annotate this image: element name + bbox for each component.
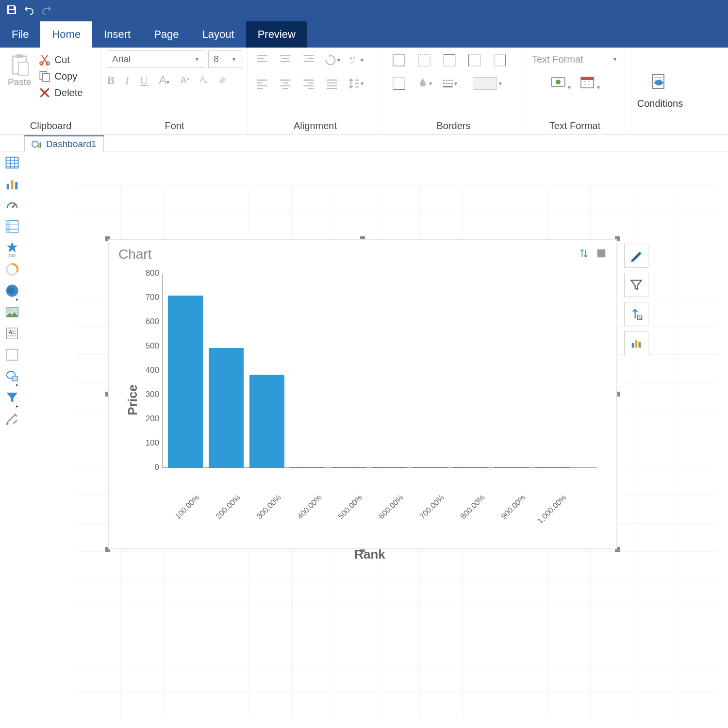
filter-chart-button[interactable] bbox=[624, 273, 648, 297]
chart-plot-area: Price 0100200300400500600700800 100.00%2… bbox=[138, 269, 602, 531]
chart-y-tick: 800 bbox=[138, 268, 159, 278]
font-size-value: 8 bbox=[214, 54, 219, 65]
chart-x-axis-label: Rank bbox=[354, 547, 385, 562]
line-spacing-button[interactable]: ▾ bbox=[346, 74, 365, 93]
menu-layout[interactable]: Layout bbox=[191, 21, 246, 48]
svg-rect-18 bbox=[11, 181, 13, 190]
delete-label: Delete bbox=[55, 87, 83, 99]
svg-text:ab: ab bbox=[349, 55, 356, 61]
topn-chart-button[interactable]: N bbox=[624, 302, 648, 326]
chart-bar bbox=[453, 467, 488, 468]
chart-bar bbox=[290, 467, 325, 468]
redo-icon[interactable] bbox=[41, 4, 52, 17]
border-right[interactable] bbox=[489, 50, 511, 70]
chart-bar bbox=[494, 467, 529, 468]
save-icon[interactable] bbox=[6, 4, 17, 17]
text-format-select[interactable]: Text Format▼ bbox=[529, 50, 621, 68]
paste-button[interactable]: Paste bbox=[5, 50, 34, 102]
table-component-icon[interactable] bbox=[5, 155, 19, 170]
copy-button[interactable]: Copy bbox=[38, 70, 83, 83]
ribbon: Paste Cut Copy Delete Clipboard bbox=[0, 48, 728, 135]
fill-color-button[interactable]: ▾ bbox=[464, 74, 511, 93]
progress-component-icon[interactable] bbox=[5, 262, 19, 277]
svg-point-25 bbox=[8, 309, 11, 312]
svg-point-9 bbox=[556, 80, 561, 84]
menu-insert[interactable]: Insert bbox=[92, 21, 142, 48]
fullscreen-icon[interactable] bbox=[596, 247, 607, 262]
font-color-button[interactable]: A▾ bbox=[159, 73, 169, 87]
bold-button[interactable]: B bbox=[107, 74, 115, 87]
shrink-font-button[interactable]: A▾ bbox=[200, 75, 208, 85]
chart-x-tick: 900.00% bbox=[487, 493, 527, 533]
image-component-icon[interactable] bbox=[5, 305, 19, 319]
font-name-value: Arial bbox=[112, 54, 131, 65]
svg-rect-34 bbox=[632, 343, 634, 347]
align-center[interactable] bbox=[276, 74, 295, 93]
chart-y-tick: 200 bbox=[138, 414, 159, 424]
delete-button[interactable]: Delete bbox=[38, 86, 83, 99]
text-direction-button[interactable]: ab▾ bbox=[346, 50, 365, 70]
font-size-select[interactable]: 8▼ bbox=[208, 50, 242, 68]
underline-button[interactable]: U bbox=[140, 74, 148, 87]
svg-point-3 bbox=[40, 62, 43, 65]
chart-x-tick: 300.00% bbox=[242, 493, 282, 533]
chart-x-tick: 1,000.00% bbox=[528, 493, 568, 533]
align-right[interactable] bbox=[299, 74, 318, 93]
border-all[interactable] bbox=[388, 50, 410, 70]
clear-format-button[interactable] bbox=[218, 73, 230, 87]
chart-y-tick: 0 bbox=[138, 463, 159, 472]
svg-rect-17 bbox=[6, 184, 9, 189]
menu-home[interactable]: Home bbox=[40, 21, 92, 48]
pivot-component-icon[interactable] bbox=[5, 219, 19, 234]
panel-component-icon[interactable] bbox=[5, 347, 19, 362]
align-left[interactable] bbox=[252, 74, 272, 93]
document-tab-dashboard1[interactable]: Dashboard1 bbox=[24, 135, 104, 151]
document-tabstrip: Dashboard1 bbox=[0, 135, 728, 151]
indicator-component-icon[interactable]: 100 bbox=[5, 241, 19, 255]
undo-icon[interactable] bbox=[23, 4, 35, 17]
border-color-button[interactable]: ▾ bbox=[414, 74, 435, 93]
grow-font-button[interactable]: A▴ bbox=[180, 75, 189, 86]
chart-widget[interactable]: Chart Price 0100200300400500600700800 10… bbox=[108, 239, 617, 549]
chart-y-tick: 300 bbox=[138, 390, 159, 399]
settings-icon[interactable] bbox=[5, 412, 19, 426]
date-format-button[interactable]: ▾ bbox=[579, 75, 600, 91]
svg-rect-21 bbox=[6, 221, 10, 233]
map-component-icon[interactable]: ▸ bbox=[5, 283, 19, 298]
edit-chart-button[interactable] bbox=[624, 244, 648, 268]
chart-bar bbox=[209, 348, 244, 468]
text-component-icon[interactable]: A bbox=[5, 326, 19, 341]
border-none[interactable] bbox=[414, 50, 435, 70]
gauge-component-icon[interactable] bbox=[5, 198, 19, 213]
rotate-button[interactable]: ▾ bbox=[322, 50, 342, 70]
border-style-button[interactable]: ▾ bbox=[439, 74, 460, 93]
text-format-value: Text Format bbox=[532, 54, 583, 65]
menu-page[interactable]: Page bbox=[142, 21, 190, 48]
border-left[interactable] bbox=[464, 50, 485, 70]
border-bottom[interactable] bbox=[388, 74, 410, 93]
font-name-select[interactable]: Arial▼ bbox=[107, 50, 205, 68]
italic-button[interactable]: I bbox=[125, 74, 129, 87]
chart-component-icon[interactable] bbox=[5, 177, 19, 191]
filter-component-icon[interactable]: ▸ bbox=[5, 390, 19, 405]
copy-label: Copy bbox=[55, 71, 78, 82]
conditions-label: Conditions bbox=[637, 98, 683, 109]
currency-format-button[interactable]: ▾ bbox=[550, 75, 571, 91]
align-top-right[interactable] bbox=[299, 50, 318, 70]
menu-preview[interactable]: Preview bbox=[246, 21, 307, 48]
design-canvas[interactable]: Chart Price 0100200300400500600700800 10… bbox=[24, 151, 728, 728]
menu-file[interactable]: File bbox=[0, 21, 40, 48]
paste-label: Paste bbox=[8, 77, 32, 87]
align-justify[interactable] bbox=[322, 74, 342, 93]
chart-x-tick: 100.00% bbox=[161, 493, 201, 533]
svg-rect-15 bbox=[40, 142, 41, 148]
align-top-center[interactable] bbox=[276, 50, 295, 70]
border-top[interactable] bbox=[439, 50, 460, 70]
conditions-button[interactable]: Conditions bbox=[637, 73, 683, 109]
cut-button[interactable]: Cut bbox=[38, 53, 83, 66]
align-top-left[interactable] bbox=[252, 50, 272, 70]
borders-group-label: Borders bbox=[388, 117, 519, 132]
chart-type-button[interactable] bbox=[624, 331, 648, 355]
shape-component-icon[interactable]: ▸ bbox=[5, 369, 19, 383]
sort-icon[interactable] bbox=[579, 247, 589, 262]
